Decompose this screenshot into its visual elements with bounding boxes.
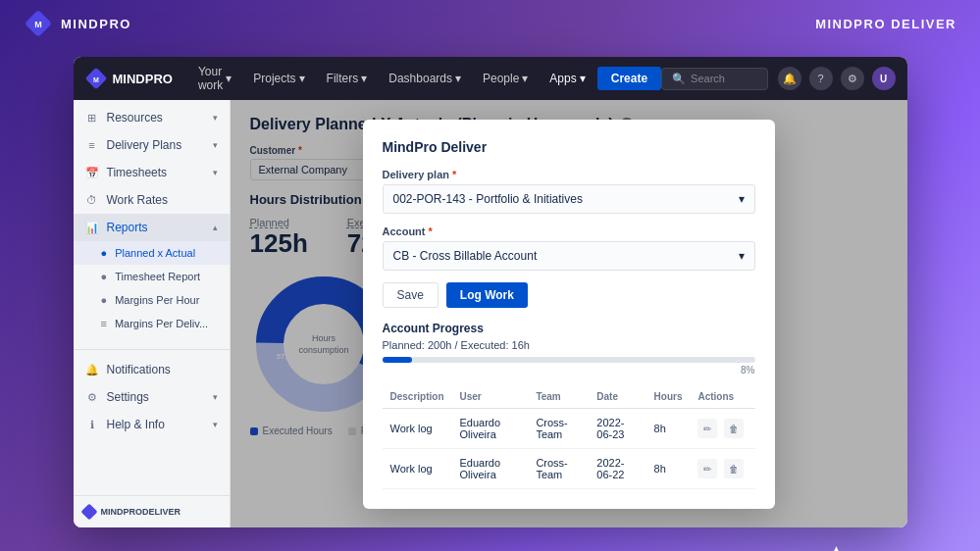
sidebar-bottom: MINDPRODELIVER [74, 495, 230, 527]
gear-icon: ⚙ [85, 390, 99, 404]
log-work-button[interactable]: Log Work [446, 282, 528, 308]
svg-text:M: M [34, 20, 42, 29]
nav-logo-icon: M [85, 68, 107, 89]
top-bar-brand: MINDPRO [61, 17, 131, 31]
edit-icon-row1[interactable]: ✏ [697, 419, 717, 438]
top-bar-logo: M MINDPRO [24, 9, 131, 38]
col-hours: Hours [646, 385, 691, 409]
cell-hours-2: 8h [646, 449, 691, 489]
chevron-icon: ▾ [213, 168, 218, 177]
modal-dialog: MindPro Deliver Delivery plan * 002-POR-… [363, 120, 775, 509]
nav-icons: 🔔 ? ⚙ U [778, 67, 896, 90]
sidebar-sub-item-margins-hour[interactable]: ● Margins Per Hour [74, 288, 230, 312]
account-progress-title: Account Progress [383, 322, 755, 335]
sidebar-section-main: ⊞ Resources ▾ ≡ Delivery Plans ▾ [74, 100, 230, 339]
chevron-down-icon: ▾ [739, 249, 745, 263]
col-team: Team [528, 385, 589, 409]
account-progress-sub: Planned: 200h / Executed: 16h [383, 339, 755, 351]
calendar-icon: 📅 [85, 166, 99, 179]
delivery-plan-select[interactable]: 002-POR-143 - Portfolio & Initiatives ▾ [383, 184, 755, 214]
grid-icon: ⊞ [85, 111, 99, 125]
user-avatar[interactable]: U [872, 67, 896, 90]
sidebar-item-reports[interactable]: 📊 Reports ▴ [74, 214, 230, 241]
sidebar-item-notifications[interactable]: 🔔 Notifications [74, 356, 230, 383]
cell-description-2: Work log [383, 449, 452, 489]
dot-icon: ● [101, 271, 108, 282]
chevron-up-icon: ▴ [213, 223, 218, 232]
cell-actions-2: ✏ 🗑 [690, 449, 754, 489]
dot-icon: ≡ [101, 318, 107, 329]
col-actions: Actions [690, 385, 754, 409]
svg-text:M: M [93, 76, 99, 83]
search-icon: 🔍 [672, 73, 686, 85]
sidebar-item-delivery-plans[interactable]: ≡ Delivery Plans ▾ [74, 131, 230, 159]
cell-description-1: Work log [383, 409, 452, 449]
app-nav: M MINDPRO Your work ▾ Projects ▾ Filters [74, 57, 907, 100]
nav-filters[interactable]: Filters ▾ [317, 66, 378, 91]
nav-projects[interactable]: Projects ▾ [243, 66, 314, 91]
nav-apps[interactable]: Apps ▾ [540, 66, 594, 91]
modal-account-select[interactable]: CB - Cross Billable Account ▾ [383, 241, 755, 271]
search-bar[interactable]: 🔍 Search [661, 68, 767, 90]
modal-title: MindPro Deliver [383, 139, 755, 155]
sidebar-item-work-rates[interactable]: ⏱ Work Rates [74, 186, 230, 214]
col-date: Date [589, 385, 645, 409]
cell-date-2: 2022-06-22 [589, 449, 645, 489]
atlassian-logo-icon [826, 544, 848, 551]
svg-rect-4 [81, 504, 97, 520]
bottom-bar: MINDPROAPPS.COM Marketplace Partner [0, 537, 980, 551]
cell-team-1: Cross-Team [528, 409, 589, 449]
modal-account-label: Account * [383, 225, 755, 237]
delivery-plan-label: Delivery plan * [383, 169, 755, 180]
help-icon[interactable]: ? [809, 67, 833, 90]
table-row: Work log Eduardo Oliveira Cross-Team 202… [383, 409, 755, 449]
chevron-icon: ▾ [213, 392, 218, 402]
nav-dashboards[interactable]: Dashboards ▾ [379, 66, 471, 91]
modal-buttons: Save Log Work [383, 282, 755, 308]
dot-icon: ● [101, 294, 108, 306]
progress-bar-fill [383, 357, 412, 363]
chevron-icon: ▾ [213, 113, 218, 123]
bell-icon: 🔔 [85, 363, 99, 376]
chevron-down-icon: ▾ [739, 192, 745, 206]
cell-user-2: Eduardo Oliveira [452, 449, 529, 489]
settings-icon[interactable]: ⚙ [841, 67, 864, 90]
create-button[interactable]: Create [597, 67, 661, 90]
bottom-right: Marketplace Partner [826, 544, 956, 551]
list-icon: ≡ [85, 138, 99, 152]
delete-icon-row1[interactable]: 🗑 [724, 419, 744, 438]
chevron-icon: ▾ [213, 420, 218, 429]
sidebar: ⊞ Resources ▾ ≡ Delivery Plans ▾ [74, 100, 231, 527]
app-body: ⊞ Resources ▾ ≡ Delivery Plans ▾ [74, 100, 907, 527]
edit-icon-row2[interactable]: ✏ [697, 459, 717, 478]
sidebar-item-resources[interactable]: ⊞ Resources ▾ [74, 104, 230, 131]
save-button[interactable]: Save [383, 282, 438, 308]
sidebar-item-settings[interactable]: ⚙ Settings ▾ [74, 383, 230, 411]
sidebar-item-timesheets[interactable]: 📅 Timesheets ▾ [74, 159, 230, 186]
progress-percent: 8% [383, 365, 755, 376]
sidebar-sub-item-margins-deliv[interactable]: ≡ Margins Per Deliv... [74, 312, 230, 335]
cell-date-1: 2022-06-23 [589, 409, 645, 449]
bell-icon[interactable]: 🔔 [778, 67, 801, 90]
nav-your-work[interactable]: Your work ▾ [188, 59, 241, 98]
outer-wrapper: M MINDPRO MINDPRO DELIVER M MINDPRO Your [0, 0, 980, 551]
col-description: Description [383, 385, 452, 409]
help-circle-icon: ℹ [85, 418, 99, 431]
nav-people[interactable]: People ▾ [473, 66, 538, 91]
cell-hours-1: 8h [646, 409, 691, 449]
table-row: Work log Eduardo Oliveira Cross-Team 202… [383, 449, 755, 489]
search-placeholder: Search [691, 73, 725, 84]
sidebar-item-help[interactable]: ℹ Help & Info ▾ [74, 411, 230, 438]
nav-logo-text: MINDPRO [113, 72, 173, 86]
delete-icon-row2[interactable]: 🗑 [724, 459, 744, 478]
sidebar-sub-item-timesheet-report[interactable]: ● Timesheet Report [74, 265, 230, 288]
top-bar: M MINDPRO MINDPRO DELIVER [0, 0, 980, 47]
progress-bar [383, 357, 755, 363]
top-bar-deliver-title: MINDPRO DELIVER [815, 17, 956, 31]
chart-icon: 📊 [85, 221, 99, 234]
worklogs-table: Description User Team Date Hours Actions [383, 385, 755, 489]
modal-overlay: MindPro Deliver Delivery plan * 002-POR-… [231, 100, 907, 527]
sidebar-sub-item-planned-actual[interactable]: ● Planned x Actual [74, 241, 230, 265]
sidebar-deliver-text: MINDPRODELIVER [101, 507, 181, 517]
cell-team-2: Cross-Team [528, 449, 589, 489]
